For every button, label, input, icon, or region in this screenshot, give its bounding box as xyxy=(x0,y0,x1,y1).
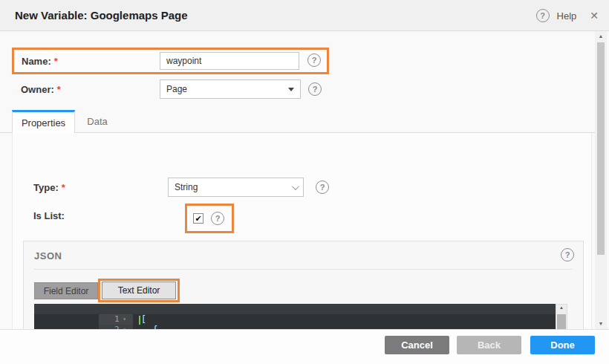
name-help-icon[interactable]: ? xyxy=(307,53,321,67)
type-select[interactable]: String xyxy=(168,178,304,197)
is-list-help-icon[interactable]: ? xyxy=(211,212,224,225)
tab-bar: Properties Data xyxy=(0,110,597,133)
name-row-highlight: Name:* ? xyxy=(12,48,329,74)
done-button[interactable]: Done xyxy=(530,336,595,354)
owner-label-text: Owner: xyxy=(21,84,54,95)
json-section: JSON ? Field Editor Text Editor 1▾[ 2▾··… xyxy=(23,241,584,329)
is-list-checkbox[interactable]: ✔ xyxy=(193,213,203,224)
close-icon[interactable]: ✕ xyxy=(590,10,599,22)
json-section-title: JSON xyxy=(34,250,62,261)
is-list-label: Is List: xyxy=(33,210,65,221)
type-label-text: Type: xyxy=(33,182,59,193)
dialog-content: Name:* ? Owner:* Page ? Properties Data … xyxy=(0,31,609,329)
header-actions: ? Help ✕ xyxy=(536,0,599,31)
json-code-editor[interactable]: 1▾[ 2▾··{ 3▾····"location": { 4······"la… xyxy=(34,304,556,329)
editor-scrollbar[interactable]: ▲ xyxy=(556,304,567,329)
dialog-scrollbar[interactable]: ▲ ▼ xyxy=(595,31,607,329)
type-help-icon[interactable]: ? xyxy=(316,181,329,194)
tab-data[interactable]: Data xyxy=(75,110,120,133)
is-list-highlight: ✔ ? xyxy=(185,204,234,233)
properties-panel: Type:* String ? Is List: ✔ ? JSON ? Fiel… xyxy=(12,133,592,329)
dialog-scrollbar-thumb[interactable] xyxy=(597,42,605,255)
json-help-icon[interactable]: ? xyxy=(561,248,574,261)
dialog-header: New Variable: Googlemaps Page ? Help ✕ xyxy=(0,0,609,31)
text-editor-button[interactable]: Text Editor xyxy=(102,282,176,299)
owner-label: Owner:* xyxy=(21,84,61,95)
back-button[interactable]: Back xyxy=(457,336,521,354)
editor-scrollbar-thumb[interactable] xyxy=(557,314,566,329)
code-line: 1▾[ xyxy=(34,304,556,314)
owner-select[interactable]: Page xyxy=(160,79,301,99)
type-label: Type:* xyxy=(33,182,65,193)
dialog-footer: Cancel Back Done xyxy=(0,329,609,364)
tab-properties[interactable]: Properties xyxy=(12,110,75,133)
name-label: Name:* xyxy=(22,56,58,67)
owner-select-value: Page xyxy=(166,84,187,94)
scroll-down-icon[interactable]: ▼ xyxy=(595,321,607,326)
owner-help-icon[interactable]: ? xyxy=(308,82,322,96)
name-input[interactable] xyxy=(160,52,299,70)
dialog-title: New Variable: Googlemaps Page xyxy=(15,9,188,22)
help-label[interactable]: Help xyxy=(557,10,577,22)
new-variable-dialog: New Variable: Googlemaps Page ? Help ✕ N… xyxy=(0,0,609,364)
required-asterisk: * xyxy=(57,84,61,95)
cancel-button[interactable]: Cancel xyxy=(385,336,449,354)
chevron-down-icon xyxy=(292,183,299,190)
divider xyxy=(34,269,573,270)
name-label-text: Name: xyxy=(22,56,51,67)
required-asterisk: * xyxy=(62,182,65,193)
scroll-up-icon[interactable]: ▲ xyxy=(595,33,607,39)
code-line: 2▾··{ xyxy=(34,314,556,325)
dropdown-arrow-icon xyxy=(288,88,294,91)
scroll-up-icon[interactable]: ▲ xyxy=(556,305,567,310)
help-icon[interactable]: ? xyxy=(536,9,550,22)
text-editor-highlight: Text Editor xyxy=(98,279,180,302)
required-asterisk: * xyxy=(54,56,58,67)
type-select-value: String xyxy=(175,182,198,192)
field-editor-button[interactable]: Field Editor xyxy=(34,282,98,299)
